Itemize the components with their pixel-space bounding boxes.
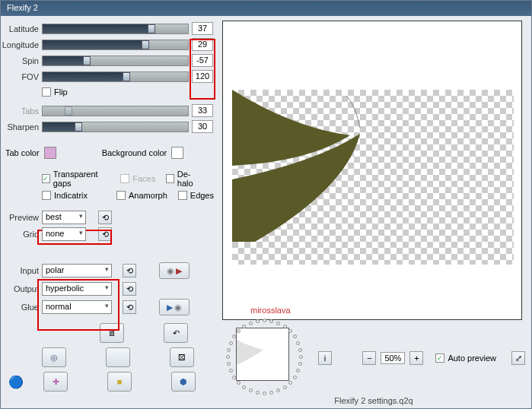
navigator-thumb[interactable] <box>236 328 289 381</box>
undo-button[interactable]: ↶ <box>164 323 188 343</box>
spin-value[interactable]: -57 <box>192 54 213 67</box>
target-button[interactable]: ◎ <box>42 347 66 367</box>
input-sync-icon[interactable]: ⟲ <box>123 264 136 277</box>
tabs-slider[interactable] <box>42 106 189 116</box>
document-button[interactable]: 🗎 <box>100 323 124 343</box>
info-icon: i <box>324 354 326 363</box>
info-button[interactable]: i <box>318 351 332 365</box>
preview-select[interactable]: best <box>42 211 86 224</box>
fov-slider[interactable] <box>42 71 189 82</box>
bg-color-swatch[interactable] <box>171 147 183 159</box>
plus-icon: + <box>414 354 419 363</box>
tab-color-swatch[interactable] <box>44 147 56 159</box>
document-icon: 🗎 <box>108 328 116 338</box>
longitude-slider[interactable] <box>42 40 189 50</box>
anamorph-checkbox[interactable]: Anamorph <box>116 191 167 200</box>
glue-select[interactable]: normal <box>42 300 112 314</box>
target-icon: ◎ <box>50 353 58 363</box>
tabs-value[interactable]: 33 <box>192 104 213 117</box>
spin-slider[interactable] <box>42 55 189 66</box>
plus-icon: ✚ <box>53 377 59 387</box>
input-play-button[interactable]: ◉▶ <box>159 262 190 279</box>
unfold-button[interactable]: ✚ <box>43 372 68 392</box>
window-title: Flexify 2 <box>7 3 38 12</box>
zoom-in-button[interactable]: + <box>409 351 423 365</box>
expand-icon: ⤢ <box>515 354 522 363</box>
indicatrix-checkbox[interactable]: Indicatrix <box>42 191 88 200</box>
fov-label: FOV <box>1 72 39 81</box>
undo-icon: ↶ <box>173 328 180 338</box>
navigator-frame[interactable] <box>222 325 314 392</box>
preview-label: Preview <box>1 213 39 222</box>
tab-color-label: Tab color <box>5 148 40 157</box>
zoom-value[interactable]: 50% <box>381 352 405 364</box>
zoom-out-button[interactable]: − <box>362 351 376 365</box>
globe-icon[interactable]: 🔵 <box>8 375 24 389</box>
latitude-label: Latitude <box>1 24 39 33</box>
glue-play-button[interactable]: ▶◉ <box>159 299 190 315</box>
latitude-value[interactable]: 37 <box>192 22 213 35</box>
output-sync-icon[interactable]: ⟲ <box>123 282 136 296</box>
input-label: Input <box>1 266 39 275</box>
spin-label: Spin <box>1 56 39 65</box>
bg-color-label: Background color <box>102 148 167 157</box>
hex-icon: ⬢ <box>180 377 187 387</box>
fov-value[interactable]: 120 <box>192 70 213 83</box>
grid-sync-icon[interactable]: ⟲ <box>98 227 112 241</box>
input-select[interactable]: polar <box>42 264 112 277</box>
sharpen-value[interactable]: 30 <box>192 120 213 133</box>
longitude-label: Longitude <box>1 40 39 49</box>
box-icon: ■ <box>117 377 123 386</box>
dehalo-checkbox[interactable]: De-halo <box>166 170 202 188</box>
latitude-slider[interactable] <box>42 24 189 34</box>
output-label: Output <box>1 284 39 293</box>
blank-button-1[interactable] <box>106 347 130 367</box>
glue-label: Glue <box>1 303 39 312</box>
minus-icon: − <box>367 354 371 363</box>
box-button[interactable]: ■ <box>107 372 132 392</box>
longitude-value[interactable]: 29 <box>192 38 213 51</box>
grid-select[interactable]: none <box>42 227 86 241</box>
flip-checkbox[interactable]: Flip <box>42 87 68 97</box>
preview-canvas <box>232 90 514 265</box>
preview-panel[interactable]: mirosslava <box>222 21 522 320</box>
sharpen-label: Sharpen <box>1 122 39 132</box>
dice-icon: ⚄ <box>178 353 186 363</box>
tabs-label: Tabs <box>1 106 39 116</box>
watermark: mirosslava <box>250 306 291 315</box>
sharpen-slider[interactable] <box>42 122 189 132</box>
edges-checkbox[interactable]: Edges <box>178 191 214 200</box>
dice-button[interactable]: ⚄ <box>170 347 194 367</box>
glue-sync-icon[interactable]: ⟲ <box>123 300 136 314</box>
expand-button[interactable]: ⤢ <box>511 351 525 365</box>
hex-button[interactable]: ⬢ <box>171 372 196 392</box>
titlebar: Flexify 2 <box>1 1 531 16</box>
auto-preview-checkbox[interactable]: ✓Auto preview <box>435 354 496 363</box>
preview-sync-icon[interactable]: ⟲ <box>98 211 112 224</box>
output-select[interactable]: hyperbolic <box>42 282 112 296</box>
grid-label: Grid <box>1 230 39 239</box>
flip-label: Flip <box>54 87 68 97</box>
settings-file-label: Flexify 2 settings.q2q <box>222 396 525 405</box>
transparent-gaps-checkbox[interactable]: ✓Transparent gaps <box>42 170 110 188</box>
faces-checkbox[interactable]: Faces <box>120 174 155 183</box>
